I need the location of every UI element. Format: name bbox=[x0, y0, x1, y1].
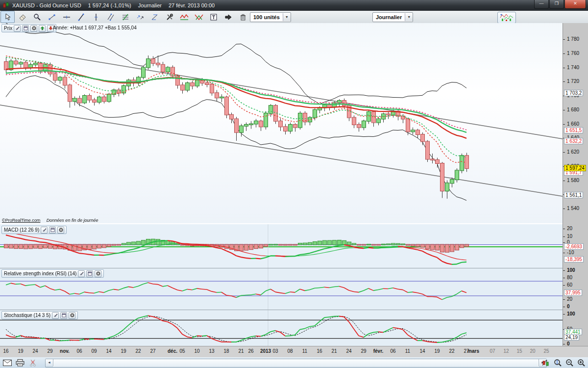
copyright-note: ©ProRealTime.com Données en fin de journ… bbox=[2, 218, 98, 223]
axis-tick-label: 1 540 bbox=[567, 206, 579, 211]
vertical-line-tool[interactable] bbox=[89, 11, 103, 23]
application-window: XAUUSD - Gold Ounce USD 1 597,24 (-1,01%… bbox=[0, 0, 588, 368]
axis-tick bbox=[563, 237, 565, 237]
date-label: 08 bbox=[282, 348, 298, 354]
date-label: 16 bbox=[311, 348, 328, 354]
date-label: 19 bbox=[429, 348, 445, 354]
eraser-tool[interactable] bbox=[15, 11, 29, 23]
minimize-button[interactable]: — bbox=[534, 0, 549, 9]
date-label: nov. bbox=[56, 348, 73, 354]
axis-tick bbox=[563, 81, 565, 82]
period-dropdown[interactable]: Journalier ▼ bbox=[372, 12, 413, 22]
date-label: 18 bbox=[218, 348, 235, 354]
close-icon[interactable] bbox=[57, 227, 64, 234]
axis-value-flag: 1 703,2 bbox=[564, 90, 583, 96]
segment-tool[interactable] bbox=[45, 11, 59, 23]
chart-canvas[interactable] bbox=[0, 23, 563, 346]
scrollbar-thumb[interactable] bbox=[53, 359, 539, 367]
wrench-icon[interactable] bbox=[41, 227, 48, 234]
chevron-down-icon[interactable]: ▼ bbox=[283, 13, 291, 21]
zoom-candles-icon[interactable] bbox=[540, 358, 552, 368]
window-icon[interactable] bbox=[49, 227, 56, 234]
axis-tick bbox=[563, 314, 565, 315]
date-axis[interactable]: 16192429nov.060914192227déc.051013182126… bbox=[0, 346, 588, 357]
window-icon[interactable] bbox=[86, 270, 93, 277]
horizontal-line-tool[interactable] bbox=[59, 11, 74, 23]
chevron-down-icon[interactable]: ▼ bbox=[405, 13, 413, 21]
chart-style-button[interactable] bbox=[497, 12, 516, 24]
axis-tick bbox=[563, 253, 565, 253]
wrench-icon[interactable] bbox=[14, 25, 21, 32]
parallel-lines-tool[interactable] bbox=[103, 11, 118, 23]
stoch-panel-header: Stochastique (14 3 5) bbox=[1, 311, 78, 319]
title-datetime: 27 févr. 2013 00:00 bbox=[169, 2, 215, 8]
triangle-pattern-tool[interactable] bbox=[192, 11, 206, 23]
window-icon[interactable] bbox=[22, 25, 29, 32]
axis-value-flag: 1 561,1 bbox=[564, 192, 583, 198]
zigzag-pattern-tool[interactable] bbox=[177, 11, 191, 23]
macd-panel-title: MACD (12 26 9) bbox=[4, 227, 39, 233]
price-panel-title: Prix bbox=[4, 26, 12, 31]
axis-tick bbox=[563, 39, 565, 40]
date-label: 26 bbox=[243, 348, 259, 354]
window-icon[interactable] bbox=[60, 312, 67, 319]
date-label: mars bbox=[465, 348, 482, 354]
prorealtime-link[interactable]: ©ProRealTime.com bbox=[2, 218, 40, 223]
date-label: 06 bbox=[385, 348, 401, 354]
period-value: Journalier bbox=[373, 14, 405, 20]
axis-value-flag: -2,6693 bbox=[564, 243, 584, 250]
scroll-left-arrow[interactable]: ◄ bbox=[46, 359, 53, 366]
axis-tick-label: 1 760 bbox=[567, 51, 579, 56]
price-panel-header: Prix bbox=[1, 24, 56, 32]
axis-tick-label: 0 bbox=[567, 304, 570, 309]
axis-tick-label: 100 bbox=[567, 311, 575, 316]
units-value: 100 unités bbox=[250, 14, 283, 20]
title-period: Journalier bbox=[138, 2, 162, 8]
cut-icon[interactable] bbox=[27, 359, 38, 368]
axis-tick bbox=[563, 270, 565, 271]
delete-tool[interactable] bbox=[236, 11, 250, 23]
trendline-tool[interactable] bbox=[74, 11, 88, 23]
settings-tool[interactable] bbox=[162, 11, 176, 23]
wrench-icon[interactable] bbox=[78, 270, 85, 277]
text-tool[interactable] bbox=[206, 11, 220, 23]
zoom-tool[interactable] bbox=[30, 11, 44, 23]
close-icon[interactable] bbox=[30, 25, 37, 32]
stoch-panel-title: Stochastique (14 3 5) bbox=[4, 313, 50, 318]
select-tool[interactable] bbox=[0, 11, 15, 23]
date-label: 03 bbox=[267, 348, 284, 354]
price-axis[interactable]: 1 7801 7601 7401 7201 7001 6801 6601 640… bbox=[563, 23, 588, 346]
close-icon[interactable] bbox=[95, 270, 101, 277]
close-button[interactable]: ✕ bbox=[564, 0, 586, 9]
zoom-fit-icon[interactable] bbox=[552, 358, 564, 368]
axis-tick-label: 20 bbox=[567, 226, 572, 231]
retracement-tool[interactable] bbox=[147, 11, 162, 23]
horizontal-scrollbar[interactable]: ◄ ► bbox=[45, 359, 547, 368]
mail-icon[interactable] bbox=[2, 359, 13, 368]
wrench-icon[interactable] bbox=[52, 312, 59, 319]
zoom-out-icon[interactable] bbox=[564, 358, 575, 368]
date-label: 24 bbox=[341, 348, 357, 354]
axis-tick-label: 1 660 bbox=[567, 121, 579, 127]
units-dropdown[interactable]: 100 unités ▼ bbox=[250, 12, 291, 22]
date-label: 06 bbox=[71, 348, 88, 354]
date-label: 27 bbox=[145, 348, 161, 354]
axis-tick-label: 1 680 bbox=[567, 107, 579, 112]
axis-tick bbox=[563, 344, 565, 344]
close-icon[interactable] bbox=[69, 312, 75, 319]
print-icon[interactable] bbox=[15, 359, 25, 368]
date-label: 09 bbox=[86, 348, 102, 354]
data-note: Données en fin de journée bbox=[47, 218, 98, 223]
axis-value-flag: 1 597,24 bbox=[564, 165, 586, 171]
arrows-tool[interactable] bbox=[133, 11, 147, 23]
restore-button[interactable]: ❐ bbox=[549, 0, 564, 9]
axis-tick bbox=[563, 152, 565, 153]
arrow-up-icon[interactable] bbox=[39, 25, 46, 32]
fibonacci-tool[interactable] bbox=[118, 11, 132, 23]
axis-value-flag: 1 632,2 bbox=[564, 138, 583, 144]
axis-tick-label: 20 bbox=[567, 296, 572, 302]
zoom-in-icon[interactable] bbox=[575, 358, 587, 368]
date-label: 11 bbox=[296, 348, 313, 354]
date-label: 11 bbox=[399, 348, 416, 354]
forward-tool[interactable] bbox=[221, 11, 235, 23]
